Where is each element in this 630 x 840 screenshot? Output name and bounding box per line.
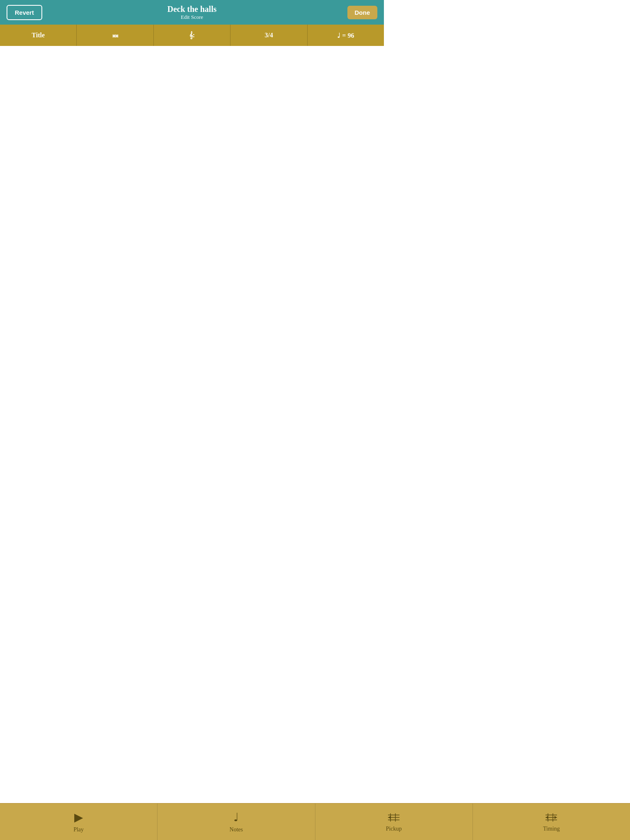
score-subtitle: Edit Score (167, 14, 217, 21)
toolbar-clef[interactable]: 𝄞: (154, 25, 231, 46)
toolbar-key[interactable]: 𝄪𝄪 (77, 25, 153, 46)
title-group: Deck the halls Edit Score (167, 5, 217, 21)
done-button[interactable]: Done (347, 6, 378, 19)
revert-button[interactable]: Revert (7, 5, 42, 20)
score-title: Deck the halls (167, 5, 217, 14)
header: Revert Deck the halls Edit Score Done (0, 0, 384, 25)
edit-toolbar: Title 𝄪𝄪 𝄞: 3/4 ♩ = 96 (0, 25, 384, 46)
toolbar-time[interactable]: 3/4 (231, 25, 307, 46)
toolbar-title[interactable]: Title (0, 25, 77, 46)
toolbar-tempo[interactable]: ♩ = 96 (308, 25, 384, 46)
